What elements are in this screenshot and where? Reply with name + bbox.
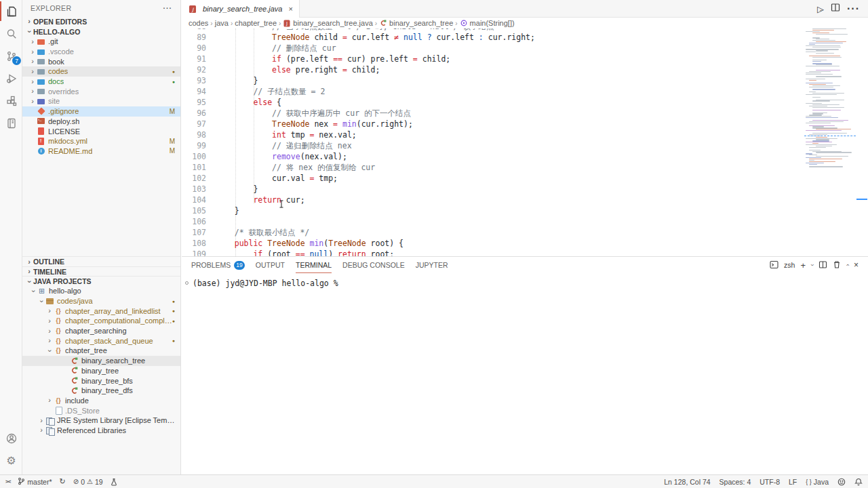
explorer-more-actions[interactable]: ··· (163, 4, 173, 12)
sync-button[interactable]: ↻ (60, 477, 66, 486)
file-row--vscode[interactable]: ›.vscode (22, 47, 180, 57)
code-content[interactable]: // 当子结点数量 = 0 / 1 时, child = null / 该子结点… (216, 28, 804, 256)
line-number-gutter[interactable]: 8889909192939495969798991001011021031041… (182, 28, 206, 256)
code-editor[interactable]: 8889909192939495969798991001011021031041… (182, 28, 868, 256)
more-actions-icon[interactable]: ··· (847, 3, 860, 15)
java-tree-row-jre-system-library-eclipse-temurin-17-17-[interactable]: ›JRE System Library [Eclipse Temurin 17 … (22, 415, 180, 426)
line-number[interactable]: 96 (182, 108, 206, 119)
java-tree-row--ds-store[interactable]: .DS_Store (22, 405, 180, 415)
breadcrumb-item[interactable]: java (215, 19, 229, 27)
line-number[interactable]: 94 (182, 86, 206, 97)
code-line[interactable]: if (pre.left == cur) pre.left = child; (216, 54, 804, 64)
file-row-book[interactable]: ›book (22, 56, 180, 66)
timeline-section[interactable]: ›TIMELINE (22, 266, 180, 276)
line-number[interactable]: 95 (182, 97, 206, 108)
line-number[interactable]: 103 (182, 184, 206, 195)
panel-tab-jupyter[interactable]: JUPYTER (416, 257, 448, 273)
java-tree-row-referenced-libraries[interactable]: ›Referenced Libraries (22, 426, 180, 436)
source-control-icon[interactable]: 7 (0, 45, 22, 67)
problems-summary[interactable]: ⊘ 0 ⚠ 19 (73, 478, 103, 486)
file-row-license[interactable]: LICENSE (22, 126, 180, 136)
breadcrumb-item[interactable]: chapter_tree (235, 19, 277, 27)
code-line[interactable]: } (216, 75, 804, 86)
code-line[interactable]: int tmp = nex.val; (216, 129, 804, 140)
breadcrumb-item[interactable]: main(String[]) (460, 19, 515, 27)
outline-section[interactable]: ›OUTLINE (22, 256, 180, 266)
java-tree-row-binary-tree[interactable]: binary_tree (22, 366, 180, 376)
split-terminal-icon[interactable] (818, 260, 827, 270)
code-line[interactable]: TreeNode nex = min(cur.right); (216, 119, 804, 129)
java-tree-row-include[interactable]: ›include (22, 396, 180, 406)
code-line[interactable]: // 将 nex 的值复制给 cur (216, 162, 804, 173)
java-tree-row-chapter-array-and-linkedlist[interactable]: ›chapter_array_and_linkedlist● (22, 306, 180, 316)
extensions-icon[interactable] (0, 89, 22, 112)
overview-ruler[interactable] (856, 28, 868, 256)
flask-status-icon[interactable] (111, 478, 117, 486)
indentation[interactable]: Spaces: 4 (719, 478, 751, 486)
maximize-panel-icon[interactable]: › (844, 264, 850, 266)
line-number[interactable]: 89 (182, 32, 206, 43)
git-branch-item[interactable]: master* (18, 477, 52, 487)
line-number[interactable]: 100 (182, 151, 206, 162)
line-number[interactable]: 101 (182, 162, 206, 173)
line-number[interactable]: 109 (182, 249, 206, 256)
run-button[interactable]: ▷› (817, 3, 824, 15)
language-mode[interactable]: { }Java (806, 478, 829, 486)
line-number[interactable]: 105 (182, 205, 206, 216)
file-row-mkdocs-yml[interactable]: mkdocs.ymlM (22, 136, 180, 146)
encoding[interactable]: UTF-8 (760, 478, 780, 486)
java-tree-row-codes-java[interactable]: ›codes/java● (22, 296, 180, 306)
remote-indicator[interactable]: >< (5, 479, 10, 485)
code-line[interactable]: return cur; (216, 195, 804, 205)
panel-tab-output[interactable]: OUTPUT (256, 257, 285, 273)
open-editors-section[interactable]: ›OPEN EDITORS (22, 16, 180, 26)
code-line[interactable]: /* 获取最小结点 */ (216, 227, 804, 238)
tab-close-icon[interactable]: × (288, 5, 292, 13)
terminal-launch-icon[interactable] (770, 260, 778, 270)
line-number[interactable]: 91 (182, 54, 206, 64)
code-line[interactable]: // 递归删除结点 nex (216, 140, 804, 151)
java-tree-row-chapter-computational-complexity[interactable]: ›chapter_computational_complexity● (22, 316, 180, 326)
code-line[interactable]: cur.val = tmp; (216, 173, 804, 184)
kill-terminal-icon[interactable] (833, 260, 841, 270)
code-line[interactable]: public TreeNode min(TreeNode root) { (216, 238, 804, 249)
line-number[interactable]: 93 (182, 75, 206, 86)
code-line[interactable]: } (216, 205, 804, 216)
close-panel-icon[interactable]: × (854, 260, 859, 270)
tab-binary-search-tree[interactable]: J binary_search_tree.java × (182, 0, 300, 18)
files-icon[interactable] (0, 0, 22, 22)
line-number[interactable]: 92 (182, 64, 206, 75)
code-line[interactable] (216, 216, 804, 227)
file-row-deploy-sh[interactable]: deploy.sh (22, 117, 180, 127)
line-number[interactable]: 90 (182, 43, 206, 54)
file-row-site[interactable]: ›site (22, 96, 180, 106)
code-line[interactable]: // 子结点数量 = 2 (216, 86, 804, 97)
notifications-bell-icon[interactable] (854, 478, 863, 486)
file-row-docs[interactable]: ›docs● (22, 77, 180, 87)
breadcrumb-item[interactable]: Jbinary_search_tree.java (283, 19, 372, 27)
code-line[interactable]: TreeNode child = cur.left ≠ null ? cur.l… (216, 32, 804, 43)
line-number[interactable]: 107 (182, 227, 206, 238)
code-line[interactable]: // 删除结点 cur (216, 43, 804, 54)
file-row-codes[interactable]: ›codes● (22, 66, 180, 77)
line-number[interactable]: 108 (182, 238, 206, 249)
panel-tab-terminal[interactable]: TERMINAL (296, 257, 332, 273)
terminal[interactable]: (base) jyd@JYD-MBP hello-algo % (182, 273, 868, 288)
line-number[interactable]: 97 (182, 119, 206, 129)
file-row--gitignore[interactable]: .gitignoreM (22, 106, 180, 117)
eol[interactable]: LF (789, 478, 797, 486)
new-terminal-icon[interactable]: + (800, 260, 806, 270)
line-number[interactable]: 106 (182, 216, 206, 227)
search-icon[interactable] (0, 22, 22, 45)
project-root-section[interactable]: ›HELLO-ALGO (22, 26, 180, 37)
account-icon[interactable] (0, 427, 22, 449)
panel-tab-debug-console[interactable]: DEBUG CONSOLE (342, 257, 405, 273)
code-line[interactable]: // 获取中序遍历中 cur 的下一个结点 (216, 108, 804, 119)
java-tree-row-binary-tree-bfs[interactable]: binary_tree_bfs (22, 375, 180, 386)
notebook-icon[interactable] (0, 112, 22, 134)
line-number[interactable]: 102 (182, 173, 206, 184)
java-tree-row-chapter-stack-and-queue[interactable]: ›chapter_stack_and_queue● (22, 336, 180, 346)
line-number[interactable]: 98 (182, 129, 206, 140)
file-row--git[interactable]: ›.git (22, 37, 180, 47)
minimap[interactable] (804, 28, 856, 256)
